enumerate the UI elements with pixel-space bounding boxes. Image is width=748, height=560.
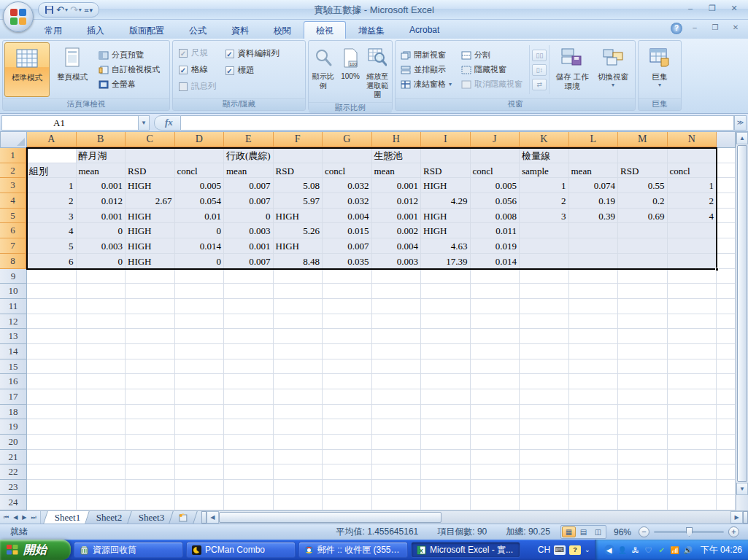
cell-G12[interactable] [323, 314, 372, 330]
cell-D1[interactable] [175, 148, 225, 163]
cell-F7[interactable]: HIGH [274, 238, 323, 254]
cell-D6[interactable]: 0 [175, 223, 225, 238]
cell-E24[interactable] [224, 495, 274, 510]
cell-N18[interactable] [668, 405, 717, 420]
cell-J17[interactable] [471, 389, 520, 405]
cell-L3[interactable]: 0.074 [569, 178, 619, 193]
column-header-F[interactable]: F [274, 132, 323, 148]
cell-J22[interactable] [471, 464, 520, 480]
column-header-N[interactable]: N [668, 132, 717, 148]
horizontal-scroll-thumb[interactable] [219, 512, 442, 523]
cell-I4[interactable]: 4.29 [421, 193, 471, 209]
taskbar-excel[interactable]: X Microsoft Excel - 實... [411, 542, 520, 558]
cell-A16[interactable] [27, 374, 77, 389]
cell-M14[interactable] [618, 344, 668, 359]
cell-M3[interactable]: 0.55 [618, 178, 668, 193]
cell-A19[interactable] [27, 419, 77, 435]
cell-C20[interactable] [126, 435, 175, 450]
row-header-19[interactable]: 19 [0, 419, 27, 435]
cell-K24[interactable] [520, 495, 569, 510]
cell-N3[interactable]: 1 [668, 178, 717, 193]
cell-C22[interactable] [126, 464, 175, 480]
cell-E22[interactable] [224, 464, 274, 480]
cell-F13[interactable] [274, 329, 323, 344]
cell-E21[interactable] [224, 450, 274, 465]
custom-views-button[interactable]: 自訂檢視模式 [96, 63, 162, 76]
cell-N19[interactable] [668, 419, 717, 435]
save-workspace-button[interactable]: 儲存 工作環境 [552, 42, 593, 97]
cell-L21[interactable] [569, 450, 619, 465]
cell-L10[interactable] [569, 284, 619, 299]
cell-J13[interactable] [471, 329, 520, 344]
cell-L24[interactable] [569, 495, 619, 510]
cell-J1[interactable] [471, 148, 520, 163]
page-layout-view-button[interactable]: 整頁模式 [50, 42, 95, 97]
next-sheet-icon[interactable]: ▶ [20, 514, 28, 521]
cell-I10[interactable] [421, 284, 471, 299]
cell-I7[interactable]: 4.63 [421, 238, 471, 254]
restore-button[interactable]: ❐ [703, 3, 722, 15]
vertical-scroll-thumb[interactable] [737, 145, 747, 482]
zoom-slider-track[interactable] [654, 531, 724, 533]
cell-J2[interactable]: concl [471, 163, 520, 179]
cell-B20[interactable] [77, 435, 126, 450]
normal-view-button[interactable]: 標準模式 [4, 42, 50, 97]
cell-A4[interactable]: 2 [27, 193, 77, 209]
row-header-3[interactable]: 3 [0, 178, 27, 193]
insert-worksheet-tab[interactable] [169, 511, 198, 524]
cell-B3[interactable]: 0.001 [77, 178, 126, 193]
formula-bar-checkbox[interactable]: ✓ 資料編輯列 [225, 48, 280, 59]
cell-C9[interactable] [126, 269, 175, 284]
cell-D20[interactable] [175, 435, 225, 450]
cell-J9[interactable] [471, 269, 520, 284]
cell-J4[interactable]: 0.056 [471, 193, 520, 209]
cell-F5[interactable]: HIGH [274, 209, 323, 224]
cell-K4[interactable]: 2 [520, 193, 569, 209]
cell-E18[interactable] [224, 405, 274, 420]
cell-F11[interactable] [274, 299, 323, 314]
cell-E3[interactable]: 0.007 [224, 178, 274, 193]
cell-F6[interactable]: 5.26 [274, 223, 323, 238]
cell-K5[interactable]: 3 [520, 209, 569, 224]
cell-N12[interactable] [668, 314, 717, 330]
cell-G20[interactable] [323, 435, 372, 450]
cell-N16[interactable] [668, 374, 717, 389]
cell-I8[interactable]: 17.39 [421, 254, 471, 269]
cell-I3[interactable]: HIGH [421, 178, 471, 193]
cell-L23[interactable] [569, 480, 619, 495]
cell-J19[interactable] [471, 419, 520, 435]
cell-G8[interactable]: 0.035 [323, 254, 372, 269]
cell-C8[interactable]: HIGH [126, 254, 175, 269]
ime-help-icon[interactable]: ? [569, 545, 581, 555]
cell-N5[interactable]: 4 [668, 209, 717, 224]
cell-C11[interactable] [126, 299, 175, 314]
cell-C12[interactable] [126, 314, 175, 330]
cell-F1[interactable] [274, 148, 323, 163]
tab-split-handle[interactable] [201, 511, 207, 524]
status-page-break-button[interactable]: ◫ [591, 526, 605, 537]
cell-A24[interactable] [27, 495, 77, 510]
row-header-14[interactable]: 14 [0, 344, 27, 359]
cell-B11[interactable] [77, 299, 126, 314]
column-header-A[interactable]: A [27, 132, 77, 148]
language-options-icon[interactable]: ⌄ [585, 546, 590, 553]
row-header-12[interactable]: 12 [0, 314, 27, 330]
cell-G18[interactable] [323, 405, 372, 420]
office-button[interactable] [3, 1, 34, 32]
row-header-22[interactable]: 22 [0, 464, 27, 480]
cell-K11[interactable] [520, 299, 569, 314]
cell-F8[interactable]: 8.48 [274, 254, 323, 269]
taskbar-mail[interactable]: 郵件 :: 收件匣 (355) ... [298, 542, 408, 558]
cell-G11[interactable] [323, 299, 372, 314]
cell-B14[interactable] [77, 344, 126, 359]
cell-E20[interactable] [224, 435, 274, 450]
cell-K14[interactable] [520, 344, 569, 359]
cell-J24[interactable] [471, 495, 520, 510]
cell-B15[interactable] [77, 359, 126, 375]
cell-L13[interactable] [569, 329, 619, 344]
cell-C21[interactable] [126, 450, 175, 465]
cell-A11[interactable] [27, 299, 77, 314]
cell-B12[interactable] [77, 314, 126, 330]
tab-review[interactable]: 校閱 [261, 21, 304, 39]
cell-B1[interactable]: 醉月湖 [77, 148, 126, 163]
